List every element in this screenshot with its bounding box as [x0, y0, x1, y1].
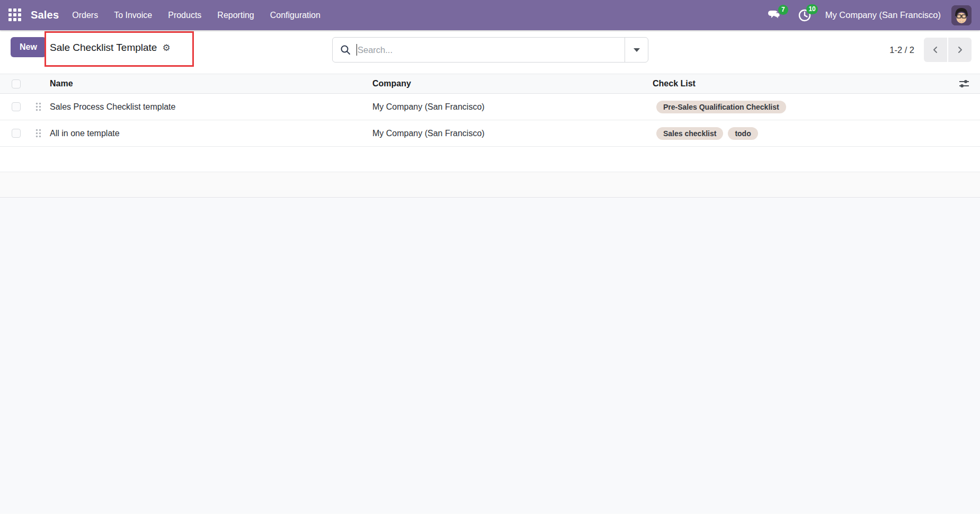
search-bar — [332, 37, 648, 63]
table-row[interactable]: Sales Process Checklist template My Comp… — [0, 94, 980, 120]
column-header-checklist[interactable]: Check List — [653, 79, 948, 88]
list-header-row: Name Company Check List — [0, 74, 980, 94]
app-name[interactable]: Sales — [31, 9, 59, 21]
drag-handle-icon[interactable] — [30, 129, 47, 138]
cell-checklist: Sales checklist todo — [653, 127, 948, 140]
nav-item-reporting[interactable]: Reporting — [209, 0, 262, 30]
nav-item-products[interactable]: Products — [160, 0, 209, 30]
cell-checklist: Pre-Sales Qualification Checklist — [653, 101, 948, 113]
search-input[interactable] — [357, 45, 625, 55]
optional-columns-button[interactable] — [948, 78, 980, 89]
select-all-checkbox[interactable] — [12, 79, 21, 88]
top-navbar: Sales Orders To Invoice Products Reporti… — [0, 0, 980, 30]
pager-previous-button[interactable] — [924, 38, 947, 62]
pager: 1-2 / 2 — [889, 37, 972, 63]
drag-handle-icon[interactable] — [30, 102, 47, 111]
cell-name: Sales Process Checklist template — [47, 102, 372, 112]
pager-next-button[interactable] — [948, 38, 972, 62]
checklist-tag[interactable]: Pre-Sales Qualification Checklist — [656, 101, 786, 113]
nav-item-to-invoice[interactable]: To Invoice — [106, 0, 160, 30]
caret-down-icon — [634, 48, 640, 52]
cell-company: My Company (San Francisco) — [372, 102, 653, 112]
chevron-right-icon — [956, 46, 964, 54]
search-options-toggle[interactable] — [625, 38, 648, 62]
column-header-name[interactable]: Name — [47, 79, 372, 88]
page-title: Sale Checklist Template — [50, 42, 157, 54]
sliders-icon — [958, 78, 970, 89]
avatar-image — [951, 5, 972, 25]
list-footer-band — [0, 172, 980, 198]
cell-name: All in one template — [47, 129, 372, 138]
nav-item-configuration[interactable]: Configuration — [262, 0, 328, 30]
magnifier-icon — [340, 45, 351, 55]
empty-list-area — [0, 147, 980, 172]
checklist-tag[interactable]: Sales checklist — [656, 127, 723, 140]
messages-button[interactable]: 7 — [767, 9, 782, 22]
row-checkbox[interactable] — [12, 129, 21, 138]
activities-button[interactable]: 10 — [798, 8, 812, 22]
gear-icon[interactable]: ⚙ — [162, 43, 170, 52]
table-row[interactable]: All in one template My Company (San Fran… — [0, 120, 980, 147]
messages-badge: 7 — [778, 5, 788, 15]
control-panel: New Sale Checklist Template ⚙ 1-2 / 2 — [0, 30, 980, 69]
row-checkbox[interactable] — [12, 102, 21, 111]
apps-menu-icon[interactable] — [8, 8, 22, 22]
pager-range: 1-2 / 2 — [889, 45, 914, 55]
search-main — [333, 38, 625, 62]
column-header-company[interactable]: Company — [372, 79, 653, 88]
activities-badge: 10 — [806, 4, 817, 14]
checklist-tag[interactable]: todo — [728, 127, 758, 140]
navbar-right: 7 10 My Company (San Francisco) — [751, 5, 972, 25]
cell-company: My Company (San Francisco) — [372, 129, 653, 138]
breadcrumb: Sale Checklist Template ⚙ — [50, 42, 171, 54]
chevron-left-icon — [931, 46, 940, 54]
company-switcher[interactable]: My Company (San Francisco) — [825, 10, 941, 20]
new-button[interactable]: New — [11, 37, 46, 57]
list-view: Name Company Check List Sales Process Ch… — [0, 74, 980, 198]
page-background — [0, 198, 980, 514]
nav-item-orders[interactable]: Orders — [64, 0, 106, 30]
user-avatar[interactable] — [951, 5, 972, 25]
